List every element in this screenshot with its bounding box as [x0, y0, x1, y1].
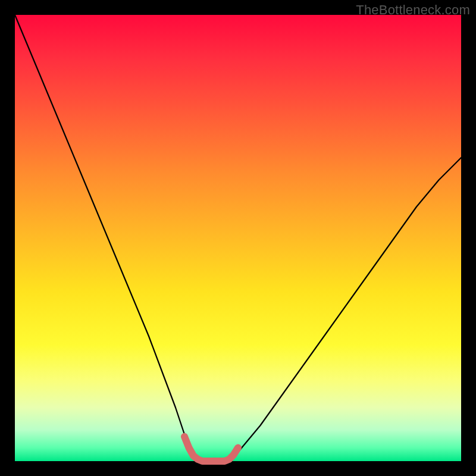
watermark-text: TheBottleneck.com — [356, 2, 470, 18]
optimal-zone-highlight — [184, 437, 238, 461]
bottleneck-chart: TheBottleneck.com — [0, 0, 476, 476]
bottleneck-curve — [15, 15, 461, 461]
curve-layer — [15, 15, 461, 461]
plot-area — [15, 15, 461, 461]
